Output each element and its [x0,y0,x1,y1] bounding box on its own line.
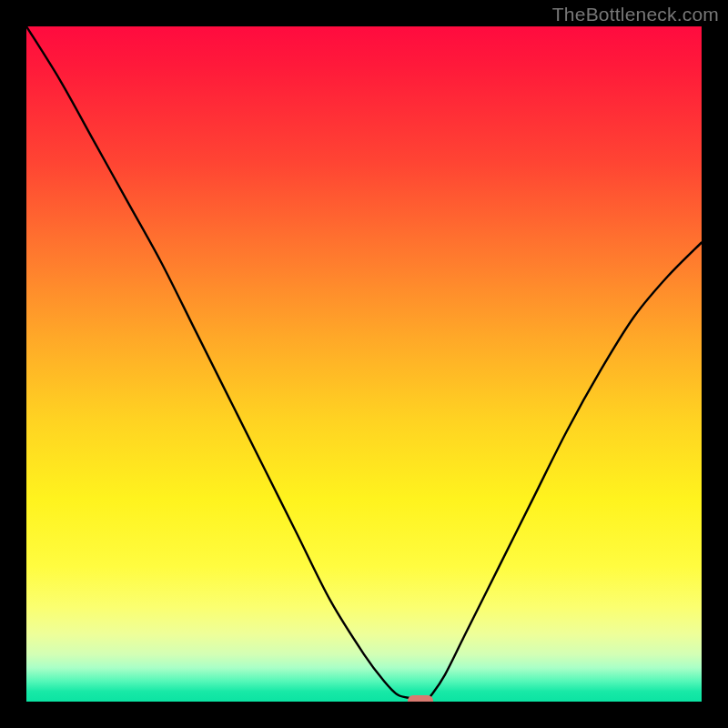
plot-area [26,26,702,702]
watermark-text: TheBottleneck.com [552,4,719,25]
optimal-marker [408,695,433,702]
bottleneck-curve [26,26,702,702]
chart-container: TheBottleneck.com [0,0,728,728]
